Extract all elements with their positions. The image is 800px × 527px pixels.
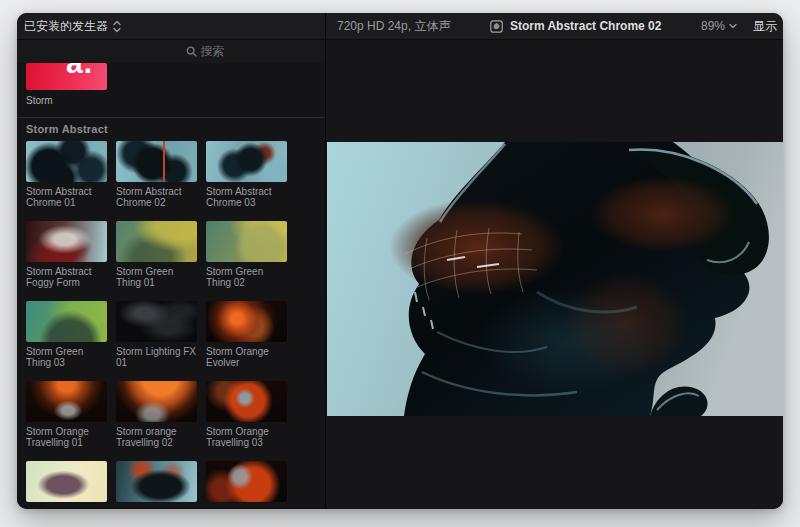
storm-logo-glyph: a. <box>66 63 93 78</box>
generator-label: Storm Lighting FX 01 <box>116 346 197 368</box>
top-bar-right: 720p HD 24p, 立体声 Storm Abstract Chrome 0… <box>326 13 783 39</box>
generator-badge-icon <box>490 20 503 33</box>
generator-item[interactable]: Storm Abstract Chrome 03 <box>206 141 287 208</box>
generator-item[interactable]: Storm Green Thing 02 <box>206 221 287 288</box>
top-bar-left: 已安装的发生器 <box>17 13 326 39</box>
search-row: 搜索 <box>17 40 325 63</box>
generator-item[interactable]: Storm orange Travelling 02 <box>116 381 197 448</box>
generator-thumbnail[interactable] <box>116 141 197 182</box>
generator-label: Storm Green Thing 02 <box>206 266 287 288</box>
generator-thumbnail[interactable] <box>206 141 287 182</box>
generator-item[interactable]: Storm Abstract Chrome 01 <box>26 141 107 208</box>
generator-item[interactable] <box>206 461 287 509</box>
generator-list: a. Storm Storm Abstract Storm Abstract C… <box>17 63 325 509</box>
generator-thumbnail[interactable] <box>26 141 107 182</box>
generator-label <box>206 506 287 509</box>
generator-item[interactable]: Storm Green Thing 03 <box>26 301 107 368</box>
generator-item[interactable]: Storm Lighting FX 01 <box>116 301 197 368</box>
top-bar: 已安装的发生器 720p HD 24p, 立体声 Stor <box>17 13 783 40</box>
generator-label: Storm Orange Travelling 01 <box>26 426 107 448</box>
featured-label: Storm <box>26 95 325 106</box>
view-button[interactable]: 显示 <box>753 18 777 35</box>
generator-label: Storm Abstract Chrome 02 <box>116 186 197 208</box>
generator-label: Storm Abstract Chrome 03 <box>206 186 287 208</box>
search-placeholder: 搜索 <box>201 43 225 60</box>
generator-label: Storm orange Travelling 02 <box>116 426 197 448</box>
generator-label: Storm Green Thing 03 <box>26 346 107 368</box>
generator-item[interactable]: Storm Green Thing 01 <box>116 221 197 288</box>
generator-thumbnail[interactable] <box>116 301 197 342</box>
featured-thumbnail-storm[interactable]: a. <box>26 63 107 90</box>
generator-item[interactable]: Storm Abstract Chrome 02 <box>116 141 197 208</box>
generator-thumbnail[interactable] <box>116 461 197 502</box>
generator-item[interactable]: Storm Orange Travelling 01 <box>26 381 107 448</box>
generator-thumbnail[interactable] <box>116 381 197 422</box>
generator-label <box>116 506 197 509</box>
generator-thumbnail[interactable] <box>26 381 107 422</box>
installed-generators-popup[interactable]: 已安装的发生器 <box>24 18 121 35</box>
generator-thumbnail[interactable] <box>26 461 107 502</box>
generator-item[interactable]: Storm Orange Travelling 03 <box>206 381 287 448</box>
generator-label: Storm Green Thing 01 <box>116 266 197 288</box>
generator-label: Storm Abstract Foggy Form <box>26 266 107 288</box>
clip-title: Storm Abstract Chrome 02 <box>510 19 662 33</box>
generator-thumbnail[interactable] <box>26 301 107 342</box>
search-icon <box>186 46 197 57</box>
search-input[interactable]: 搜索 <box>186 43 225 60</box>
viewer-panel <box>327 40 783 509</box>
video-canvas[interactable] <box>327 142 783 416</box>
generator-thumbnail[interactable] <box>116 221 197 262</box>
format-info: 720p HD 24p, 立体声 <box>337 18 450 35</box>
section-divider <box>17 117 325 118</box>
zoom-popup[interactable]: 89% <box>701 19 737 33</box>
generator-label: Storm Orange Evolver <box>206 346 287 368</box>
generator-item[interactable] <box>116 461 197 509</box>
generator-thumbnail[interactable] <box>26 221 107 262</box>
generator-item[interactable]: Storm Orange Evolver <box>206 301 287 368</box>
generators-sidebar: 搜索 a. Storm Storm Abstract Storm Abstrac… <box>17 40 326 509</box>
zoom-value: 89% <box>701 19 725 33</box>
generator-thumbnail[interactable] <box>206 301 287 342</box>
up-down-chevrons-icon <box>113 20 121 33</box>
section-title: Storm Abstract <box>26 123 325 135</box>
chevron-down-icon <box>729 23 737 29</box>
generator-thumbnail[interactable] <box>206 221 287 262</box>
generator-item[interactable] <box>26 461 107 509</box>
generator-item[interactable]: Storm Abstract Foggy Form <box>26 221 107 288</box>
generator-label: Storm Orange Travelling 03 <box>206 426 287 448</box>
clip-title-group: Storm Abstract Chrome 02 <box>490 19 662 33</box>
installed-generators-label: 已安装的发生器 <box>24 18 108 35</box>
generator-grid: Storm Abstract Chrome 01 Storm Abstract … <box>26 141 325 509</box>
generator-label: Storm Abstract Chrome 01 <box>26 186 107 208</box>
generator-thumbnail[interactable] <box>206 381 287 422</box>
app-window: 已安装的发生器 720p HD 24p, 立体声 Stor <box>17 13 783 509</box>
generator-label <box>26 506 107 509</box>
generator-thumbnail[interactable] <box>206 461 287 502</box>
